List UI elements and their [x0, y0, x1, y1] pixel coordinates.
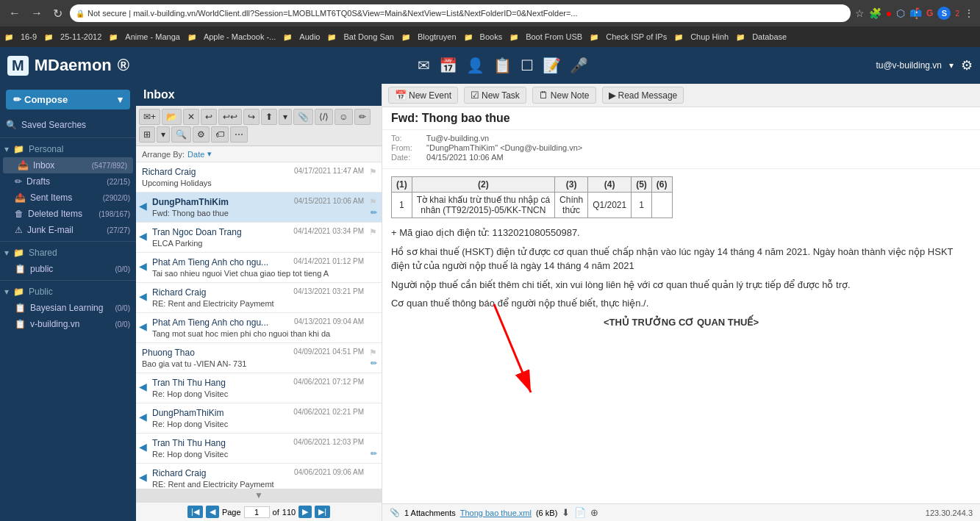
reply-indicator-icon: ◀	[139, 230, 147, 242]
new-event-button[interactable]: 📅 New Event	[388, 87, 458, 104]
flag-icon[interactable]: ⚑	[369, 227, 377, 237]
sidebar-item-drafts[interactable]: ✏ Drafts (22/15)	[0, 173, 136, 190]
menu-icon[interactable]: ⋮	[964, 7, 974, 19]
attachment-link[interactable]: Thong bao thue.xml	[460, 509, 532, 517]
list-item[interactable]: ◀ Phat Am Tieng Anh cho ngu... 04/14/202…	[136, 253, 382, 283]
gmail-icon[interactable]: G	[926, 8, 933, 18]
bookmark-16-9[interactable]: 16-9	[16, 31, 41, 43]
flag-icon[interactable]: ⚑	[369, 167, 377, 177]
notes-nav-icon[interactable]: ☐	[521, 57, 534, 74]
prev-page-btn[interactable]: ◀	[206, 506, 219, 518]
from-value: "DungPhamThiKim" <Dung@v-building.vn>	[426, 143, 582, 152]
sidebar-item-junk[interactable]: ⚠ Junk E-mail (27/27)	[0, 222, 136, 238]
more-btn[interactable]: ⋯	[230, 126, 248, 143]
edit-btn[interactable]: ✏	[354, 109, 371, 125]
list-item[interactable]: ◀ DungPhamThiKim 04/06/2021 02:21 PM Re:…	[136, 403, 382, 434]
sidebar-item-inbox[interactable]: 📥 Inbox (5477/892)	[3, 157, 133, 173]
bookmark-chuphinh[interactable]: Chup Hinh	[686, 31, 733, 43]
open-icon[interactable]: 📄	[574, 507, 586, 518]
docs-nav-icon[interactable]: 📝	[543, 57, 561, 74]
compose-button[interactable]: ✏ Compose ▾	[6, 90, 130, 109]
bookmark-date[interactable]: 25-11-2012	[56, 31, 106, 43]
grid-dropdown-btn[interactable]: ▾	[157, 126, 170, 143]
play-icon: ▶	[609, 90, 616, 101]
bookmark-checkisp[interactable]: Check ISP of IPs	[601, 31, 671, 43]
saved-searches-item[interactable]: 🔍 Saved Searches	[0, 115, 136, 134]
arrange-chevron-icon[interactable]: ▾	[207, 149, 212, 159]
bookmark-books[interactable]: Books	[476, 31, 507, 43]
shared-group[interactable]: ▾ 📁 Shared	[0, 245, 136, 261]
calendar-nav-icon[interactable]: 📅	[439, 57, 457, 74]
sidebar-item-deleted[interactable]: 🗑 Deleted Items (198/167)	[0, 206, 136, 222]
grid-btn[interactable]: ⊞	[139, 126, 155, 143]
list-item[interactable]: ◀ Tran Thi Thu Hang 04/06/2021 12:03 PM …	[136, 434, 382, 464]
public-count: (0/0)	[115, 265, 130, 273]
filter-btn[interactable]: ⚙	[193, 126, 210, 143]
mark-btn[interactable]: 🏷	[211, 126, 229, 143]
mail-nav-icon[interactable]: ✉	[418, 57, 430, 74]
flag-icon[interactable]: ⚑	[369, 197, 377, 207]
vpn-icon[interactable]: ⬡	[896, 7, 905, 19]
code-btn[interactable]: ⟨/⟩	[315, 109, 333, 125]
bookmark-database[interactable]: Database	[748, 31, 791, 43]
bookmark-batdongsan[interactable]: Bat Dong San	[339, 31, 398, 43]
emoji-btn[interactable]: ☺	[335, 109, 352, 125]
list-item[interactable]: ◀ DungPhamThiKim 04/15/2021 10:06 AM Fwd…	[136, 193, 382, 223]
list-item[interactable]: Phuong Thao 04/09/2021 04:51 PM Bao gia …	[136, 343, 382, 373]
sidebar-item-public[interactable]: 📋 public (0/0)	[0, 261, 136, 277]
opera-icon[interactable]: ●	[886, 7, 892, 19]
url-bar[interactable]: 🔒 Not secure | mail.v-building.vn/WorldC…	[70, 4, 851, 22]
page-input[interactable]	[244, 506, 270, 518]
attachment-btn[interactable]: 📎	[293, 109, 313, 125]
delete-btn[interactable]: ✕	[183, 109, 199, 125]
list-item[interactable]: ◀ Richard Craig 04/06/2021 09:06 AM RE: …	[136, 464, 382, 489]
list-item[interactable]: Richard Craig 04/17/2021 11:47 AM Upcomi…	[136, 162, 382, 193]
flag-icon[interactable]: ⚑	[369, 348, 377, 358]
last-page-btn[interactable]: ▶|	[315, 506, 330, 518]
new-task-button[interactable]: ☑ New Task	[464, 87, 526, 104]
read-message-button[interactable]: ▶ Read Message	[602, 87, 684, 104]
reply-all-btn[interactable]: ↩↩	[218, 109, 242, 125]
extensions-icon[interactable]: 🧩	[869, 7, 881, 19]
dropdown-btn[interactable]: ▾	[279, 109, 292, 125]
arrange-value[interactable]: Date	[187, 150, 204, 159]
sidebar-item-sent[interactable]: 📤 Sent Items (2902/0)	[0, 190, 136, 206]
personal-group[interactable]: ▾ 📁 Personal	[0, 141, 136, 157]
settings-icon[interactable]: ⚙	[961, 57, 973, 73]
open-btn[interactable]: 📂	[162, 109, 182, 125]
sidebar-item-vbuilding[interactable]: 📋 v-building.vn (0/0)	[0, 316, 136, 332]
deleted-icon: 🗑	[15, 209, 24, 219]
list-item[interactable]: ◀ Richard Craig 04/13/2021 03:21 PM RE: …	[136, 283, 382, 313]
list-item[interactable]: ◀ Phat Am Tieng Anh cho ngu... 04/13/202…	[136, 313, 382, 343]
bookmark-star-icon[interactable]: ☆	[855, 7, 865, 19]
move-btn[interactable]: ⬆	[261, 109, 277, 125]
forward-btn[interactable]: ↪	[243, 109, 260, 125]
list-item[interactable]: ◀ Tran Ngoc Doan Trang 04/14/2021 03:34 …	[136, 223, 382, 253]
new-email-btn[interactable]: ✉+	[139, 109, 160, 125]
profile-icon[interactable]: S	[937, 7, 951, 20]
list-item[interactable]: ◀ Tran Thi Thu Hang 04/06/2021 07:12 PM …	[136, 373, 382, 403]
bookmark-anime[interactable]: Anime - Manga	[121, 31, 185, 43]
bookmark-bootusb[interactable]: Boot From USB	[521, 31, 587, 43]
voice-nav-icon[interactable]: 🎤	[570, 57, 588, 74]
public-group[interactable]: ▾ 📁 Public	[0, 284, 136, 300]
read-message-label: Read Message	[618, 90, 678, 101]
refresh-button[interactable]: ↻	[50, 5, 65, 22]
contacts-nav-icon[interactable]: 👤	[466, 57, 484, 74]
first-page-btn[interactable]: |◀	[187, 506, 203, 518]
ext2-icon[interactable]: 📫	[909, 7, 922, 19]
sidebar-item-bayesian[interactable]: 📋 Bayesian Learning (0/0)	[0, 300, 136, 316]
bookmark-apple[interactable]: Apple - Macbook -...	[199, 31, 280, 43]
reply-btn[interactable]: ↩	[201, 109, 217, 125]
new-note-button[interactable]: 🗒 New Note	[532, 87, 596, 104]
bookmark-audio[interactable]: Audio	[295, 31, 324, 43]
back-button[interactable]: ←	[6, 5, 24, 21]
forward-button[interactable]: →	[28, 5, 46, 21]
tasks-nav-icon[interactable]: 📋	[493, 57, 512, 74]
search-btn[interactable]: 🔍	[171, 126, 191, 143]
more-attachment-icon[interactable]: ⊕	[590, 507, 598, 518]
user-dropdown-icon[interactable]: ▾	[949, 60, 954, 71]
bookmark-blogtruyen[interactable]: Blogtruyen	[413, 31, 461, 43]
next-page-btn[interactable]: ▶	[298, 506, 312, 518]
download-icon[interactable]: ⬇	[562, 507, 570, 518]
